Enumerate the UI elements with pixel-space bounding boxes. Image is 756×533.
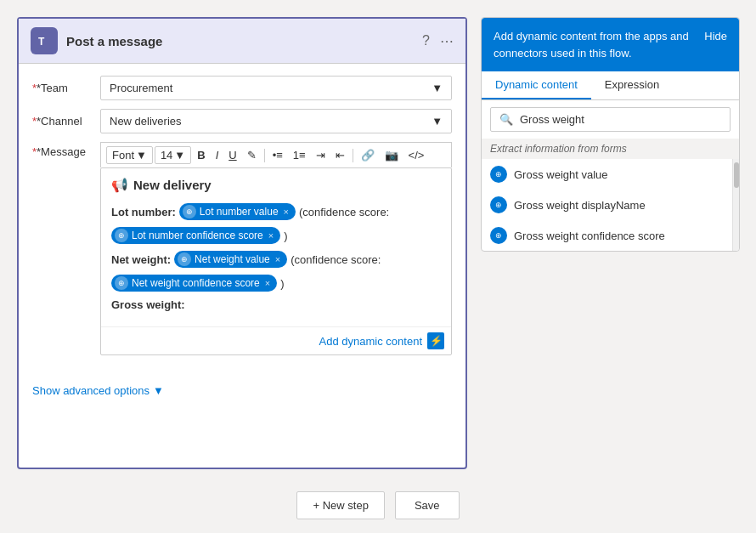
outdent-button[interactable]: ⇤ bbox=[331, 147, 349, 163]
team-value: Procurement bbox=[110, 82, 172, 94]
card-title: Post a message bbox=[66, 34, 162, 48]
font-label: Font bbox=[112, 149, 134, 162]
gross-weight-line: Gross weight: bbox=[111, 298, 441, 311]
message-editor-wrapper: Font ▼ 14 ▼ B I U ✎ •≡ 1≡ bbox=[100, 142, 452, 355]
section-label: Extract information from forms bbox=[482, 139, 739, 159]
link-button[interactable]: 🔗 bbox=[357, 147, 379, 163]
net-confidence-tag-close[interactable]: × bbox=[265, 278, 270, 288]
toolbar-separator-2 bbox=[353, 149, 353, 162]
dynamic-tabs: Dynamic content Expression bbox=[482, 71, 739, 100]
editor-toolbar: Font ▼ 14 ▼ B I U ✎ •≡ 1≡ bbox=[100, 142, 452, 167]
dynamic-item-1[interactable]: ⊕ Gross weight displayName bbox=[482, 190, 732, 220]
size-dropdown-icon: ▼ bbox=[174, 149, 185, 162]
confidence-label-2: (confidence score: bbox=[291, 253, 381, 266]
editor-container[interactable]: 📢 New delivery Lot number: ⊕ Lot number … bbox=[100, 167, 452, 355]
scroll-thumb bbox=[734, 162, 739, 188]
svg-text:T: T bbox=[38, 36, 45, 48]
dynamic-item-icon-1: ⊕ bbox=[490, 196, 507, 213]
net-confidence-tag-icon: ⊕ bbox=[115, 276, 128, 290]
dynamic-content-panel: Add dynamic content from the apps and co… bbox=[481, 17, 740, 252]
dynamic-item-icon-2: ⊕ bbox=[490, 227, 507, 244]
numbered-list-button[interactable]: 1≡ bbox=[289, 147, 310, 163]
channel-value: New deliveries bbox=[110, 115, 182, 128]
code-button[interactable]: </> bbox=[404, 147, 429, 163]
net-confidence-tag: ⊕ Net weight confidence score × bbox=[111, 275, 277, 292]
net-closing-paren: ) bbox=[280, 277, 284, 290]
lot-number-tag-icon: ⊕ bbox=[183, 205, 196, 218]
lot-confidence-line: ⊕ Lot number confidence score × ) bbox=[111, 227, 441, 244]
dynamic-panel-header-text: Add dynamic content from the apps and co… bbox=[494, 28, 704, 61]
toolbar-separator-1 bbox=[264, 149, 265, 162]
indent-button[interactable]: ⇥ bbox=[312, 147, 330, 163]
channel-chevron: ▼ bbox=[432, 115, 443, 128]
underline-button[interactable]: U bbox=[224, 147, 240, 163]
lot-number-line: Lot number: ⊕ Lot number value × (confid… bbox=[111, 203, 441, 220]
lot-number-tag: ⊕ Lot number value × bbox=[179, 203, 296, 220]
show-advanced-chevron: ▼ bbox=[153, 384, 164, 397]
post-message-card: T Post a message ? ⋯ **Team Procurement … bbox=[17, 17, 467, 469]
lot-number-label: Lot number: bbox=[111, 206, 176, 218]
bold-button[interactable]: B bbox=[193, 147, 209, 163]
italic-button[interactable]: I bbox=[212, 147, 223, 163]
team-field-row: **Team Procurement ▼ bbox=[32, 76, 452, 100]
lot-confidence-tag-close[interactable]: × bbox=[268, 230, 274, 241]
highlight-button[interactable]: ✎ bbox=[243, 147, 261, 163]
teams-logo: T bbox=[31, 27, 58, 54]
font-selector[interactable]: Font ▼ bbox=[106, 146, 153, 164]
bottom-bar: + New step Save bbox=[0, 478, 756, 533]
dynamic-item-label-0: Gross weight value bbox=[514, 168, 608, 181]
font-size-value: 14 bbox=[161, 149, 172, 162]
more-icon[interactable]: ⋯ bbox=[440, 33, 454, 49]
dynamic-item-0[interactable]: ⊕ Gross weight value bbox=[482, 159, 732, 190]
tab-expression[interactable]: Expression bbox=[591, 71, 673, 99]
dynamic-item-label-2: Gross weight confidence score bbox=[514, 230, 665, 242]
lot-number-tag-close[interactable]: × bbox=[284, 207, 289, 217]
scroll-track[interactable] bbox=[732, 159, 739, 251]
channel-select[interactable]: New deliveries ▼ bbox=[100, 109, 452, 133]
lot-number-tag-label: Lot number value bbox=[200, 206, 279, 218]
team-select[interactable]: Procurement ▼ bbox=[100, 76, 452, 100]
image-button[interactable]: 📷 bbox=[381, 147, 403, 163]
editor-content: 📢 New delivery Lot number: ⊕ Lot number … bbox=[101, 168, 451, 326]
net-weight-line: Net weight: ⊕ Net weight value × (confid… bbox=[111, 251, 441, 268]
add-dynamic-link[interactable]: Add dynamic content bbox=[319, 335, 422, 348]
show-advanced-options[interactable]: Show advanced options ▼ bbox=[19, 376, 465, 405]
lot-confidence-tag-label: Lot number confidence score bbox=[132, 230, 263, 241]
bullet-list-button[interactable]: •≡ bbox=[268, 147, 287, 163]
net-confidence-line: ⊕ Net weight confidence score × ) bbox=[111, 275, 441, 292]
hide-button[interactable]: Hide bbox=[704, 28, 727, 43]
confidence-label-1: (confidence score: bbox=[299, 206, 389, 218]
save-button[interactable]: Save bbox=[395, 491, 460, 519]
dynamic-list-container: ⊕ Gross weight value ⊕ Gross weight disp… bbox=[482, 159, 739, 251]
help-icon[interactable]: ? bbox=[422, 33, 430, 48]
net-weight-tag-close[interactable]: × bbox=[275, 254, 280, 264]
megaphone-icon: 📢 bbox=[111, 177, 128, 193]
font-dropdown-icon: ▼ bbox=[136, 149, 147, 162]
lot-closing-paren: ) bbox=[284, 230, 287, 242]
tab-dynamic-content[interactable]: Dynamic content bbox=[482, 71, 591, 99]
net-weight-tag-icon: ⊕ bbox=[178, 252, 191, 266]
card-header-left: T Post a message bbox=[31, 27, 162, 54]
net-weight-tag-label: Net weight value bbox=[195, 253, 270, 265]
add-dynamic-row: Add dynamic content ⚡ bbox=[101, 326, 451, 354]
search-input[interactable] bbox=[520, 113, 721, 126]
team-chevron: ▼ bbox=[432, 82, 443, 94]
card-body: **Team Procurement ▼ **Channel New deliv… bbox=[19, 64, 465, 376]
new-delivery-header: 📢 New delivery bbox=[111, 177, 441, 193]
search-box: 🔍 bbox=[490, 107, 731, 132]
net-confidence-tag-label: Net weight confidence score bbox=[132, 277, 260, 289]
lot-confidence-tag-icon: ⊕ bbox=[115, 229, 128, 242]
new-step-button[interactable]: + New step bbox=[296, 491, 384, 519]
net-weight-label: Net weight: bbox=[111, 253, 171, 266]
add-dynamic-icon[interactable]: ⚡ bbox=[427, 332, 444, 349]
show-advanced-label: Show advanced options bbox=[32, 384, 150, 397]
net-weight-tag: ⊕ Net weight value × bbox=[174, 251, 287, 268]
font-size-selector[interactable]: 14 ▼ bbox=[155, 146, 191, 164]
dynamic-panel-header: Add dynamic content from the apps and co… bbox=[482, 18, 739, 71]
dynamic-item-icon-0: ⊕ bbox=[490, 166, 507, 183]
channel-field-row: **Channel New deliveries ▼ bbox=[32, 109, 452, 133]
lot-confidence-tag: ⊕ Lot number confidence score × bbox=[111, 227, 280, 244]
message-field-row: **Message Font ▼ 14 ▼ B I bbox=[32, 142, 452, 355]
dynamic-item-2[interactable]: ⊕ Gross weight confidence score bbox=[482, 220, 732, 251]
channel-label: **Channel bbox=[32, 115, 100, 128]
